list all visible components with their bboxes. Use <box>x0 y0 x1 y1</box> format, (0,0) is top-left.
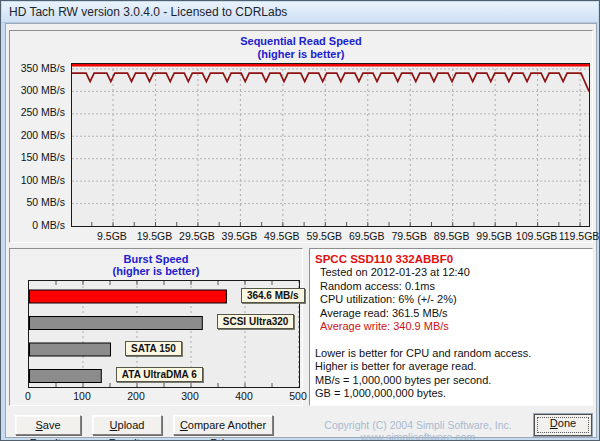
burst-bar-label: ATA UltraDMA 6 <box>116 367 203 382</box>
info-random-access: Random access: 0.1ms <box>315 280 589 294</box>
title-bar[interactable]: HD Tach RW version 3.0.4.0 - Licensed to… <box>2 2 598 23</box>
read-chart-svg <box>72 64 589 226</box>
read-y-tick: 350 MB/s <box>10 62 65 74</box>
burst-bar <box>30 290 227 303</box>
info-spacer <box>315 334 589 347</box>
read-y-tick: 250 MB/s <box>10 106 65 118</box>
burst-chart-title: Burst Speed <box>10 253 302 265</box>
burst-bar <box>30 317 203 330</box>
info-average-write: Average write: 340.9 MB/s <box>315 320 589 334</box>
read-y-tick: 0 MB/s <box>10 219 65 231</box>
info-note-cpu: Lower is better for CPU and random acces… <box>315 347 589 361</box>
read-y-tick: 150 MB/s <box>10 151 65 163</box>
done-focus-rect <box>537 417 589 433</box>
drive-name: SPCC SSD110 332ABBF0 <box>315 252 589 266</box>
compare-another-drive-label: Compare Another Drive <box>174 416 272 441</box>
burst-x-tick: 200 <box>121 390 151 402</box>
read-chart-title: Sequential Read Speed <box>10 35 592 47</box>
info-note-gb: GB = 1,000,000,000 bytes. <box>315 387 589 401</box>
read-plot <box>71 63 590 227</box>
burst-x-tick: 300 <box>175 390 205 402</box>
app-window: HD Tach RW version 3.0.4.0 - Licensed to… <box>0 0 600 441</box>
burst-x-tick: 100 <box>67 390 97 402</box>
burst-bar-label: 364.6 MB/s <box>241 288 305 303</box>
burst-bar <box>30 343 111 356</box>
burst-x-tick: 400 <box>229 390 259 402</box>
burst-bar-label: SATA 150 <box>125 341 182 356</box>
read-x-tick: 119.5GB <box>551 230 600 242</box>
burst-chart-subtitle: (higher is better) <box>10 265 302 277</box>
sequential-read-panel: Sequential Read Speed (higher is better)… <box>9 30 593 243</box>
write-speed-line <box>72 73 589 91</box>
upload-results-button[interactable]: Upload Results <box>92 415 162 435</box>
read-y-tick: 200 MB/s <box>10 129 65 141</box>
drive-info-panel: SPCC SSD110 332ABBF0 Tested on 2012-01-2… <box>309 248 593 406</box>
copyright-text: Copyright (C) 2004 Simpli Software, Inc.… <box>299 419 537 441</box>
info-average-read: Average read: 361.5 MB/s <box>315 307 589 321</box>
client-area: Sequential Read Speed (higher is better)… <box>5 23 597 438</box>
read-y-tick: 300 MB/s <box>10 84 65 96</box>
compare-another-drive-button[interactable]: Compare Another Drive <box>173 415 273 435</box>
info-note-read: Higher is better for average read. <box>315 360 589 374</box>
window-title: HD Tach RW version 3.0.4.0 - Licensed to… <box>9 5 287 19</box>
info-cpu-utilization: CPU utilization: 6% (+/- 2%) <box>315 293 589 307</box>
info-tested-on: Tested on 2012-01-23 at 12:40 <box>315 266 589 280</box>
burst-bar <box>30 370 102 383</box>
save-results-label: Save Results <box>16 416 80 441</box>
read-y-tick: 50 MB/s <box>10 196 65 208</box>
info-note-mbs: MB/s = 1,000,000 bytes per second. <box>315 374 589 388</box>
burst-bar-label: SCSI Ultra320 <box>217 314 295 329</box>
burst-x-tick: 0 <box>13 390 43 402</box>
read-y-tick: 100 MB/s <box>10 174 65 186</box>
burst-speed-panel: Burst Speed (higher is better) 364.6 MB/… <box>9 248 303 406</box>
read-chart-subtitle: (higher is better) <box>10 48 592 60</box>
upload-results-label: Upload Results <box>93 416 161 441</box>
save-results-button[interactable]: Save Results <box>15 415 81 435</box>
done-button[interactable]: Done <box>534 414 592 436</box>
